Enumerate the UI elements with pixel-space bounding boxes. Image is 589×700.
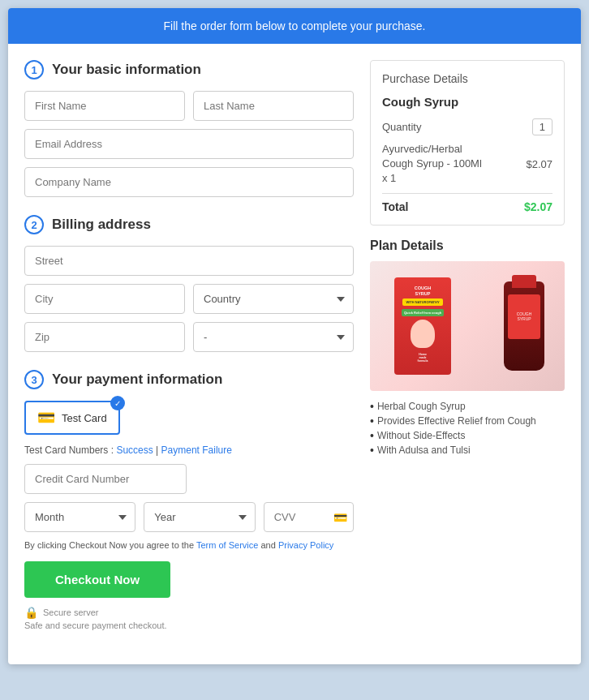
lock-icon: 🔒	[24, 606, 38, 619]
zip-input[interactable]	[24, 322, 185, 352]
feature-3: • Without Side-Effects	[370, 430, 565, 441]
total-amount: $2.07	[524, 200, 552, 213]
product-image: COUGHSYRUP WITH NATUROPATHY Quick Relief…	[370, 261, 565, 391]
city-input[interactable]	[24, 284, 185, 314]
quantity-row: Quantity 1	[382, 118, 552, 135]
selected-checkmark: ✓	[110, 396, 125, 410]
company-input[interactable]	[24, 167, 354, 197]
month-select[interactable]: Month 01020304 05060708 09101112	[24, 502, 135, 532]
purchase-details-box: Purchase Details Cough Syrup Quantity 1 …	[370, 60, 565, 225]
terms-prefix: By clicking Checkout Now you agree to th…	[24, 540, 196, 550]
product-features: • Herbal Cough Syrup • Provides Effectiv…	[370, 401, 565, 456]
section-1-header: 1 Your basic information	[24, 60, 354, 79]
product-name: Cough Syrup	[382, 95, 552, 109]
failure-link[interactable]: Payment Failure	[161, 444, 232, 456]
secure-info: 🔒 Secure server	[24, 606, 354, 619]
cc-number-input[interactable]	[24, 464, 187, 494]
company-row	[24, 167, 354, 197]
email-input[interactable]	[24, 129, 354, 159]
divider	[382, 193, 552, 194]
zip-state-row: -	[24, 322, 354, 352]
section-3-number: 3	[24, 370, 44, 389]
last-name-input[interactable]	[193, 91, 354, 121]
cc-number-row	[24, 464, 354, 494]
month-year-cvv-row: Month 01020304 05060708 09101112 Year 20…	[24, 502, 354, 532]
test-card-option[interactable]: 💳 Test Card ✓	[24, 401, 120, 435]
plan-details: Plan Details COUGHSYRUP WITH NATUROPATHY…	[370, 238, 565, 456]
feature-4: • With Adulsa and Tulsi	[370, 444, 565, 456]
top-banner: Fill the order form below to complete yo…	[8, 8, 581, 44]
main-content: 1 Your basic information 2 Billi	[8, 44, 581, 664]
email-row	[24, 129, 354, 159]
state-select[interactable]: -	[193, 322, 354, 352]
bullet-4: •	[370, 444, 374, 456]
section-2-title: Billing address	[52, 217, 151, 233]
total-label: Total	[382, 200, 408, 213]
quantity-value: 1	[532, 118, 552, 135]
item-description: Ayurvedic/Herbal Cough Syrup - 100Ml x 1	[382, 142, 488, 187]
terms-middle: and	[260, 540, 277, 550]
quantity-label: Quantity	[382, 121, 421, 133]
terms-text: By clicking Checkout Now you agree to th…	[24, 540, 354, 550]
credit-card-icon: 💳	[333, 511, 347, 524]
street-input[interactable]	[24, 246, 354, 276]
section-3-header: 3 Your payment information	[24, 370, 354, 389]
terms-link[interactable]: Term of Service	[196, 540, 258, 550]
first-name-input[interactable]	[24, 91, 185, 121]
bullet-1: •	[370, 401, 374, 412]
card-icon: 💳	[37, 409, 55, 427]
purchase-details-title: Purchase Details	[382, 72, 552, 85]
basic-info-section: 1 Your basic information	[24, 60, 354, 197]
checkout-button[interactable]: Checkout Now	[24, 561, 170, 598]
test-card-info: Test Card Numbers : Success | Payment Fa…	[24, 444, 354, 456]
banner-text: Fill the order form below to complete yo…	[164, 19, 426, 32]
left-panel: 1 Your basic information 2 Billi	[24, 60, 370, 648]
country-select[interactable]: Country	[193, 284, 354, 314]
feature-1: • Herbal Cough Syrup	[370, 401, 565, 412]
feature-2: • Provides Effective Relief from Cough	[370, 415, 565, 427]
section-2-number: 2	[24, 215, 44, 234]
cvv-wrapper: 💳	[264, 502, 354, 532]
test-card-prefix: Test Card Numbers :	[24, 444, 114, 456]
total-row: Total $2.07	[382, 200, 552, 213]
privacy-link[interactable]: Privacy Policy	[278, 540, 333, 550]
street-row	[24, 246, 354, 276]
page-wrapper: Fill the order form below to complete yo…	[8, 8, 581, 664]
section-1-title: Your basic information	[52, 62, 201, 78]
section-2-header: 2 Billing address	[24, 215, 354, 234]
name-row	[24, 91, 354, 121]
city-country-row: Country	[24, 284, 354, 314]
product-box: COUGHSYRUP WITH NATUROPATHY Quick Relief…	[394, 277, 451, 375]
bullet-3: •	[370, 430, 374, 441]
success-link[interactable]: Success	[116, 444, 153, 456]
section-1-number: 1	[24, 60, 44, 79]
bullet-2: •	[370, 415, 374, 427]
item-detail-row: Ayurvedic/Herbal Cough Syrup - 100Ml x 1…	[382, 142, 552, 187]
plan-details-title: Plan Details	[370, 238, 565, 253]
section-3-title: Your payment information	[52, 371, 222, 388]
right-panel: Purchase Details Cough Syrup Quantity 1 …	[370, 60, 565, 648]
item-price: $2.07	[526, 158, 552, 170]
payment-section: 3 Your payment information 💳 Test Card ✓…	[24, 370, 354, 630]
year-select[interactable]: Year 20242025202620272028	[144, 502, 255, 532]
secure-server-text: Secure server	[43, 608, 98, 617]
product-bottle: COUGHSYRUP	[504, 281, 544, 371]
card-label: Test Card	[62, 412, 107, 424]
billing-section: 2 Billing address Country -	[24, 215, 354, 352]
secure-desc: Safe and secure payment checkout.	[24, 621, 354, 630]
